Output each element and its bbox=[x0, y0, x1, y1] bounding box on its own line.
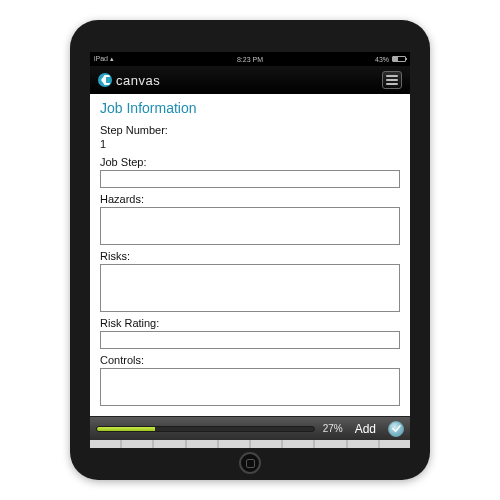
ipad-frame: iPad ▴ 8:23 PM 43% canvas Job Informatio… bbox=[70, 20, 430, 480]
status-time: 8:23 PM bbox=[237, 56, 263, 63]
status-right: 43% bbox=[375, 56, 406, 63]
status-carrier: iPad ▴ bbox=[94, 55, 114, 63]
risk-rating-label: Risk Rating: bbox=[100, 317, 400, 329]
menu-icon bbox=[386, 79, 398, 81]
battery-label: 43% bbox=[375, 56, 389, 63]
page-ticks bbox=[90, 440, 410, 448]
brand-name: canvas bbox=[116, 73, 160, 88]
progress-percent: 27% bbox=[323, 423, 343, 434]
battery-icon bbox=[392, 56, 406, 62]
risks-label: Risks: bbox=[100, 250, 400, 262]
app-bar: canvas bbox=[90, 66, 410, 94]
wifi-icon: ▴ bbox=[110, 55, 114, 62]
step-number-label: Step Number: bbox=[100, 124, 400, 136]
controls-label: Controls: bbox=[100, 354, 400, 366]
controls-input[interactable] bbox=[100, 368, 400, 406]
check-icon bbox=[392, 424, 401, 433]
form-content: Job Information Step Number: 1 Job Step:… bbox=[90, 94, 410, 416]
confirm-button[interactable] bbox=[388, 421, 404, 437]
brand: canvas bbox=[98, 73, 160, 88]
risk-rating-input[interactable] bbox=[100, 331, 400, 349]
brand-logo-icon bbox=[98, 73, 112, 87]
menu-button[interactable] bbox=[382, 71, 402, 89]
job-step-label: Job Step: bbox=[100, 156, 400, 168]
add-button[interactable]: Add bbox=[351, 422, 380, 436]
step-number-value: 1 bbox=[100, 138, 400, 150]
footer-bar: 27% Add bbox=[90, 416, 410, 440]
carrier-label: iPad bbox=[94, 55, 108, 62]
status-bar: iPad ▴ 8:23 PM 43% bbox=[90, 52, 410, 66]
menu-icon bbox=[386, 75, 398, 77]
progress-bar bbox=[96, 426, 315, 432]
progress-fill bbox=[97, 427, 155, 431]
risks-input[interactable] bbox=[100, 264, 400, 312]
job-step-input[interactable] bbox=[100, 170, 400, 188]
menu-icon bbox=[386, 83, 398, 85]
screen: iPad ▴ 8:23 PM 43% canvas Job Informatio… bbox=[90, 52, 410, 448]
hazards-label: Hazards: bbox=[100, 193, 400, 205]
section-title: Job Information bbox=[100, 100, 400, 116]
hazards-input[interactable] bbox=[100, 207, 400, 245]
home-button[interactable] bbox=[239, 452, 261, 474]
